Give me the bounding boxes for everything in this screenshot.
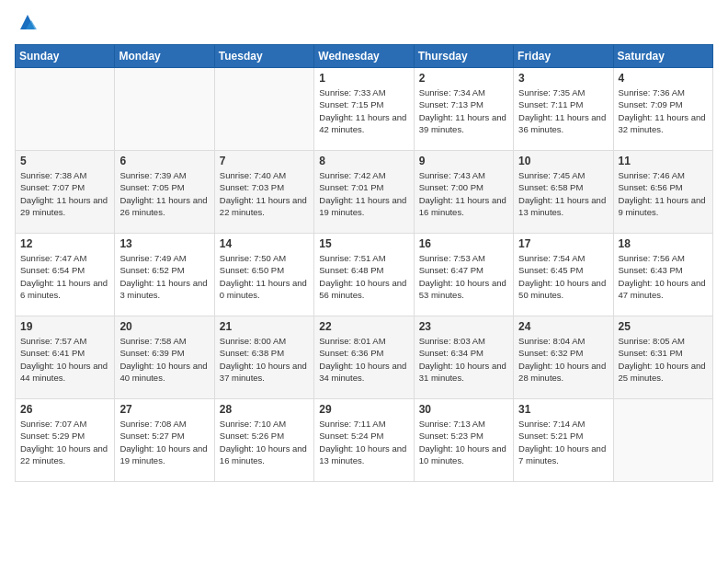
day-info: Sunrise: 8:00 AMSunset: 6:38 PMDaylight:…	[220, 335, 309, 384]
day-info: Sunrise: 7:35 AMSunset: 7:11 PMDaylight:…	[518, 86, 608, 135]
day-number: 10	[518, 155, 608, 167]
logo	[15, 15, 39, 33]
day-number: 24	[518, 320, 608, 333]
day-info: Sunrise: 7:43 AMSunset: 7:00 PMDaylight:…	[419, 169, 508, 218]
calendar-cell	[613, 399, 712, 482]
day-of-week-header: Tuesday	[214, 45, 313, 68]
day-info: Sunrise: 7:47 AMSunset: 6:54 PMDaylight:…	[20, 252, 109, 301]
day-info: Sunrise: 7:11 AMSunset: 5:24 PMDaylight:…	[319, 418, 408, 466]
day-number: 14	[220, 237, 309, 250]
calendar-cell: 2Sunrise: 7:34 AMSunset: 7:13 PMDaylight…	[414, 68, 513, 151]
calendar-week-row: 1Sunrise: 7:33 AMSunset: 7:15 PMDaylight…	[16, 68, 713, 151]
calendar-cell: 6Sunrise: 7:39 AMSunset: 7:05 PMDaylight…	[115, 151, 214, 234]
day-info: Sunrise: 7:53 AMSunset: 6:47 PMDaylight:…	[419, 252, 508, 301]
day-info: Sunrise: 8:04 AMSunset: 6:32 PMDaylight:…	[518, 335, 608, 384]
day-info: Sunrise: 7:56 AMSunset: 6:43 PMDaylight:…	[619, 252, 708, 301]
calendar-cell: 17Sunrise: 7:54 AMSunset: 6:45 PMDayligh…	[514, 234, 613, 316]
day-of-week-header: Sunday	[16, 45, 115, 68]
calendar-cell: 31Sunrise: 7:14 AMSunset: 5:21 PMDayligh…	[514, 399, 613, 482]
calendar-cell: 15Sunrise: 7:51 AMSunset: 6:48 PMDayligh…	[314, 234, 414, 316]
day-number: 9	[419, 155, 508, 167]
day-of-week-header: Monday	[115, 45, 214, 68]
day-info: Sunrise: 7:57 AMSunset: 6:41 PMDaylight:…	[20, 335, 109, 384]
day-number: 8	[319, 155, 408, 167]
day-info: Sunrise: 7:39 AMSunset: 7:05 PMDaylight:…	[119, 169, 209, 218]
day-info: Sunrise: 7:42 AMSunset: 7:01 PMDaylight:…	[319, 169, 408, 218]
day-info: Sunrise: 7:49 AMSunset: 6:52 PMDaylight:…	[119, 252, 209, 301]
page-header	[15, 15, 713, 33]
day-number: 22	[319, 320, 408, 333]
day-info: Sunrise: 7:40 AMSunset: 7:03 PMDaylight:…	[220, 169, 309, 218]
calendar-cell: 21Sunrise: 8:00 AMSunset: 6:38 PMDayligh…	[214, 316, 313, 399]
calendar-cell: 10Sunrise: 7:45 AMSunset: 6:58 PMDayligh…	[514, 151, 613, 234]
day-info: Sunrise: 7:33 AMSunset: 7:15 PMDaylight:…	[319, 86, 408, 135]
calendar-cell: 20Sunrise: 7:58 AMSunset: 6:39 PMDayligh…	[115, 316, 214, 399]
logo-icon	[17, 11, 39, 33]
calendar-cell: 29Sunrise: 7:11 AMSunset: 5:24 PMDayligh…	[314, 399, 414, 482]
day-number: 20	[119, 320, 209, 333]
calendar-cell: 12Sunrise: 7:47 AMSunset: 6:54 PMDayligh…	[16, 234, 115, 316]
calendar-week-row: 26Sunrise: 7:07 AMSunset: 5:29 PMDayligh…	[16, 399, 713, 482]
day-info: Sunrise: 8:01 AMSunset: 6:36 PMDaylight:…	[319, 335, 408, 384]
day-number: 23	[419, 320, 508, 333]
day-number: 28	[220, 403, 309, 416]
day-info: Sunrise: 7:13 AMSunset: 5:23 PMDaylight:…	[419, 418, 508, 466]
day-info: Sunrise: 8:05 AMSunset: 6:31 PMDaylight:…	[619, 335, 708, 384]
calendar-cell: 3Sunrise: 7:35 AMSunset: 7:11 PMDaylight…	[514, 68, 613, 151]
day-number: 2	[419, 72, 508, 85]
day-info: Sunrise: 7:45 AMSunset: 6:58 PMDaylight:…	[518, 169, 608, 218]
day-info: Sunrise: 7:07 AMSunset: 5:29 PMDaylight:…	[20, 418, 109, 466]
day-info: Sunrise: 7:36 AMSunset: 7:09 PMDaylight:…	[619, 86, 708, 135]
calendar-cell: 18Sunrise: 7:56 AMSunset: 6:43 PMDayligh…	[613, 234, 712, 316]
day-number: 4	[619, 72, 708, 85]
day-number: 16	[419, 237, 508, 250]
calendar-table: SundayMondayTuesdayWednesdayThursdayFrid…	[15, 44, 713, 482]
calendar-cell: 26Sunrise: 7:07 AMSunset: 5:29 PMDayligh…	[16, 399, 115, 482]
day-info: Sunrise: 7:14 AMSunset: 5:21 PMDaylight:…	[518, 418, 608, 466]
calendar-cell: 16Sunrise: 7:53 AMSunset: 6:47 PMDayligh…	[414, 234, 513, 316]
calendar-week-row: 5Sunrise: 7:38 AMSunset: 7:07 PMDaylight…	[16, 151, 713, 234]
day-info: Sunrise: 8:03 AMSunset: 6:34 PMDaylight:…	[419, 335, 508, 384]
day-number: 11	[619, 155, 708, 167]
day-number: 3	[518, 72, 608, 85]
day-number: 29	[319, 403, 408, 416]
calendar-cell	[214, 68, 313, 151]
calendar-cell: 25Sunrise: 8:05 AMSunset: 6:31 PMDayligh…	[613, 316, 712, 399]
day-info: Sunrise: 7:38 AMSunset: 7:07 PMDaylight:…	[20, 169, 109, 218]
day-number: 19	[20, 320, 109, 333]
day-of-week-header: Thursday	[414, 45, 513, 68]
day-number: 31	[518, 403, 608, 416]
day-of-week-header: Friday	[514, 45, 613, 68]
calendar-cell: 14Sunrise: 7:50 AMSunset: 6:50 PMDayligh…	[214, 234, 313, 316]
day-of-week-header: Wednesday	[314, 45, 414, 68]
calendar-week-row: 12Sunrise: 7:47 AMSunset: 6:54 PMDayligh…	[16, 234, 713, 316]
calendar-cell: 13Sunrise: 7:49 AMSunset: 6:52 PMDayligh…	[115, 234, 214, 316]
calendar-cell: 19Sunrise: 7:57 AMSunset: 6:41 PMDayligh…	[16, 316, 115, 399]
calendar-cell: 23Sunrise: 8:03 AMSunset: 6:34 PMDayligh…	[414, 316, 513, 399]
day-number: 12	[20, 237, 109, 250]
day-number: 5	[20, 155, 109, 167]
day-info: Sunrise: 7:34 AMSunset: 7:13 PMDaylight:…	[419, 86, 508, 135]
calendar-cell: 28Sunrise: 7:10 AMSunset: 5:26 PMDayligh…	[214, 399, 313, 482]
day-number: 18	[619, 237, 708, 250]
day-info: Sunrise: 7:54 AMSunset: 6:45 PMDaylight:…	[518, 252, 608, 301]
day-number: 6	[119, 155, 209, 167]
calendar-cell: 22Sunrise: 8:01 AMSunset: 6:36 PMDayligh…	[314, 316, 414, 399]
calendar-cell: 4Sunrise: 7:36 AMSunset: 7:09 PMDaylight…	[613, 68, 712, 151]
calendar-cell	[16, 68, 115, 151]
day-number: 1	[319, 72, 408, 85]
day-info: Sunrise: 7:08 AMSunset: 5:27 PMDaylight:…	[119, 418, 209, 466]
calendar-cell: 24Sunrise: 8:04 AMSunset: 6:32 PMDayligh…	[514, 316, 613, 399]
day-info: Sunrise: 7:46 AMSunset: 6:56 PMDaylight:…	[619, 169, 708, 218]
calendar-cell: 11Sunrise: 7:46 AMSunset: 6:56 PMDayligh…	[613, 151, 712, 234]
calendar-cell: 9Sunrise: 7:43 AMSunset: 7:00 PMDaylight…	[414, 151, 513, 234]
day-number: 17	[518, 237, 608, 250]
day-info: Sunrise: 7:50 AMSunset: 6:50 PMDaylight:…	[220, 252, 309, 301]
calendar-cell: 7Sunrise: 7:40 AMSunset: 7:03 PMDaylight…	[214, 151, 313, 234]
calendar-cell: 5Sunrise: 7:38 AMSunset: 7:07 PMDaylight…	[16, 151, 115, 234]
day-number: 13	[119, 237, 209, 250]
day-number: 27	[119, 403, 209, 416]
day-number: 21	[220, 320, 309, 333]
calendar-week-row: 19Sunrise: 7:57 AMSunset: 6:41 PMDayligh…	[16, 316, 713, 399]
calendar-cell: 27Sunrise: 7:08 AMSunset: 5:27 PMDayligh…	[115, 399, 214, 482]
